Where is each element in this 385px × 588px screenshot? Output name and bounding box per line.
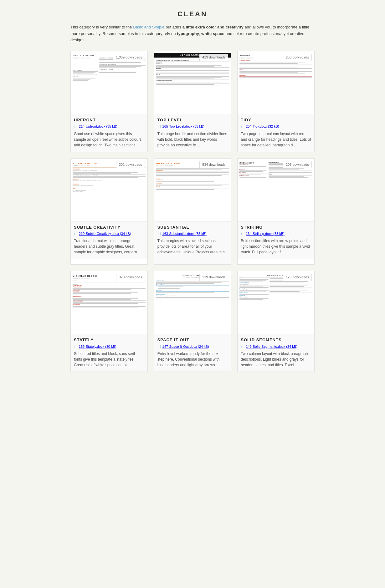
file-link-subtle[interactable]: 210-Subtle-Creativity.docx (34 kB) — [79, 231, 131, 236]
card-name-striking: STRIKING — [241, 225, 311, 230]
download-icon-striking: ↑ — [241, 232, 242, 236]
card-name-substantial: SUBSTANTIAL — [157, 225, 228, 230]
downloads-badge-toplevel: 413 downloads — [199, 54, 228, 61]
card-info-subtle: SUBTLE CREATIVITY ↑ | 210-Subtle-Creativ… — [71, 221, 147, 259]
card-file-stately: ↑ | 159-Stately.docx (30 kB) — [74, 344, 144, 349]
file-link-tidy[interactable]: 204-Tidy.docx (32 kB) — [246, 124, 279, 129]
pipe-striking: | — [244, 231, 244, 236]
download-icon-stately: ↑ — [74, 344, 75, 349]
download-icon-upfront: ↑ — [74, 124, 75, 129]
card-file-spaceitout: ↑ | 147-Space-It-Out.docx (24 kB) — [157, 344, 228, 349]
card-file-solid: ↑ | 149-Solid-Segments.docx (34 kB) — [241, 344, 311, 349]
card-name-toplevel: TOP LEVEL — [157, 117, 228, 123]
resume-preview-striking: 206 downloads MICHELLE HLOOM WORK DIRECT… — [238, 159, 314, 221]
thumbnail-solid: DREW PERKIN HLOOM Objective WORK EXPERIE… — [238, 273, 314, 332]
card-name-subtle: SUBTLE CREATIVITY — [74, 225, 144, 230]
card-name-spaceitout: SPACE IT OUT — [157, 337, 228, 343]
resume-preview-substantial: 534 downloads MICHELLE HLOOM GRAPHIC DES… — [154, 159, 231, 221]
thumbnail-substantial: MICHELLE HLOOM GRAPHIC DESIGNER EXPERIEN… — [154, 160, 231, 220]
card-name-solid: SOLID SEGMENTS — [241, 337, 311, 343]
file-link-striking[interactable]: 164-Striking.docx (33 kB) — [246, 231, 285, 236]
downloads-badge-tidy: 268 downloads — [283, 54, 312, 61]
card-info-toplevel: TOP LEVEL ↑ | 165-Top-Level.docx (35 kB)… — [154, 114, 231, 152]
resume-card-solid: 125 downloads DREW PERKIN HLOOM Objectiv… — [237, 271, 315, 372]
resume-card-subtle: 302 downloads MICHELLE HLOOM GRAPHIC DES… — [70, 158, 148, 265]
thumbnail-stately: MICHELLE HLOOM GRAPHIC DESIGNER Summary … — [71, 273, 147, 332]
resume-preview-spaceitout: 219 downloads DAVID HLOOMRAD 123 Alt Ave… — [154, 271, 231, 334]
basic-simple-link[interactable]: Basic and Simple — [133, 25, 164, 29]
thumbnail-toplevel: JACKHLOOMSOME TURNAROUND EXPERT FOR CUST… — [154, 53, 231, 112]
resume-preview-subtle: 302 downloads MICHELLE HLOOM GRAPHIC DES… — [71, 159, 147, 221]
card-desc-stately: Subtle red titles and block, sans serif … — [74, 351, 144, 368]
card-name-tidy: TIDY — [241, 117, 311, 123]
resume-grid: 1,069 downloads MICHELLE HLOOM GRAPHIC D… — [70, 51, 315, 372]
card-desc-substantial: Thin margins with stacked sections provi… — [157, 238, 228, 261]
card-desc-striking: Bold section titles with arrow points an… — [241, 238, 311, 255]
page-title: CLEAN — [70, 9, 315, 19]
download-icon-tidy: ↑ — [241, 124, 242, 129]
card-file-upfront: ↑ | 214-Upfront.docx (35 kB) — [74, 124, 144, 129]
card-info-stately: STATELY ↑ | 159-Stately.docx (30 kB) Sub… — [71, 334, 147, 372]
resume-preview-solid: 125 downloads DREW PERKIN HLOOM Objectiv… — [238, 271, 314, 334]
download-icon-toplevel: ↑ — [157, 124, 159, 129]
resume-preview-toplevel: 413 downloads JACKHLOOMSOME TURNAROUND E… — [154, 51, 231, 114]
resume-card-upfront: 1,069 downloads MICHELLE HLOOM GRAPHIC D… — [70, 51, 148, 152]
card-info-solid: SOLID SEGMENTS ↑ | 149-Solid-Segments.do… — [238, 334, 314, 372]
card-info-upfront: UPFRONT ↑ | 214-Upfront.docx (35 kB) Goo… — [71, 114, 147, 152]
download-icon-spaceitout: ↑ — [157, 344, 159, 349]
page-container: CLEAN This category is very similar to t… — [64, 0, 321, 381]
resume-card-substantial: 534 downloads MICHELLE HLOOM GRAPHIC DES… — [154, 158, 231, 265]
card-info-substantial: SUBSTANTIAL ↑ | 163-Substantial.docx (35… — [154, 221, 231, 265]
card-desc-upfront: Good use of white space gives this sampl… — [74, 131, 144, 148]
downloads-badge-substantial: 534 downloads — [199, 161, 228, 168]
thumbnail-subtle: MICHELLE HLOOM GRAPHIC DESIGNER EXPERIEN… — [71, 160, 147, 220]
resume-card-stately: 370 downloads MICHELLE HLOOM GRAPHIC DES… — [70, 271, 148, 372]
download-icon-substantial: ↑ — [157, 232, 159, 236]
card-name-stately: STATELY — [74, 337, 144, 343]
card-info-striking: STRIKING ↑ | 164-Striking.docx (33 kB) B… — [238, 221, 314, 259]
card-desc-spaceitout: Entry-level workers ready for the next s… — [157, 351, 228, 368]
resume-preview-tidy: 268 downloads JOHN HLOOM MARKETING DIREC… — [238, 51, 314, 114]
download-icon-solid: ↑ — [241, 344, 242, 349]
download-icon-subtle: ↑ — [74, 232, 75, 236]
card-file-substantial: ↑ | 163-Substantial.docx (35 kB) — [157, 231, 228, 236]
file-link-stately[interactable]: 159-Stately.docx (30 kB) — [79, 344, 116, 349]
downloads-badge-subtle: 302 downloads — [116, 161, 145, 168]
pipe-substantial: | — [160, 231, 161, 236]
card-file-tidy: ↑ | 204-Tidy.docx (32 kB) — [241, 124, 311, 129]
pipe-stately: | — [77, 344, 78, 349]
resume-preview-stately: 370 downloads MICHELLE HLOOM GRAPHIC DES… — [71, 271, 147, 334]
file-link-substantial[interactable]: 163-Substantial.docx (35 kB) — [162, 231, 207, 236]
pipe-toplevel: | — [160, 124, 161, 129]
card-file-toplevel: ↑ | 165-Top-Level.docx (35 kB) — [157, 124, 228, 129]
thumbnail-upfront: MICHELLE HLOOM GRAPHIC DESIGNER EXPERIEN… — [71, 53, 147, 112]
file-link-solid[interactable]: 149-Solid-Segments.docx (34 kB) — [246, 344, 297, 349]
file-link-upfront[interactable]: 214-Upfront.docx (35 kB) — [79, 124, 117, 129]
downloads-badge-upfront: 1,069 downloads — [113, 54, 145, 61]
pipe-solid: | — [244, 344, 244, 349]
card-desc-subtle: Traditional format with light orange hea… — [74, 238, 144, 255]
card-info-spaceitout: SPACE IT OUT ↑ | 147-Space-It-Out.docx (… — [154, 334, 231, 372]
file-link-toplevel[interactable]: 165-Top-Level.docx (35 kB) — [162, 124, 205, 129]
thumbnail-tidy: JOHN HLOOM MARKETING DIRECTOR WORK EXPER… — [238, 53, 314, 112]
downloads-badge-spaceitout: 219 downloads — [199, 274, 228, 281]
resume-card-spaceitout: 219 downloads DAVID HLOOMRAD 123 Alt Ave… — [154, 271, 231, 372]
resume-card-tidy: 268 downloads JOHN HLOOM MARKETING DIREC… — [237, 51, 315, 152]
card-desc-solid: Two-column layout with block paragraph d… — [241, 351, 311, 368]
card-info-tidy: TIDY ↑ | 204-Tidy.docx (32 kB) Two-page,… — [238, 114, 314, 152]
resume-preview-upfront: 1,069 downloads MICHELLE HLOOM GRAPHIC D… — [71, 51, 147, 114]
downloads-badge-stately: 370 downloads — [116, 274, 145, 281]
card-file-striking: ↑ | 164-Striking.docx (33 kB) — [241, 231, 311, 236]
pipe-tidy: | — [244, 124, 244, 129]
downloads-badge-striking: 206 downloads — [283, 161, 312, 168]
pipe-upfront: | — [77, 124, 78, 129]
page-description: This category is very similar to the Bas… — [70, 24, 315, 43]
thumbnail-striking: MICHELLE HLOOM WORK DIRECTOR ▶ ASSISTANT… — [238, 160, 314, 220]
pipe-spaceitout: | — [160, 344, 161, 349]
pipe-subtle: | — [77, 231, 78, 236]
file-link-spaceitout[interactable]: 147-Space-It-Out.docx (24 kB) — [162, 344, 209, 349]
thumbnail-spaceitout: DAVID HLOOMRAD 123 Alt Avenue, Hoboken C… — [154, 273, 231, 332]
resume-card-toplevel: 413 downloads JACKHLOOMSOME TURNAROUND E… — [154, 51, 231, 152]
card-desc-tidy: Two-page, one-column layout with red and… — [241, 131, 311, 148]
resume-card-striking: 206 downloads MICHELLE HLOOM WORK DIRECT… — [237, 158, 315, 265]
